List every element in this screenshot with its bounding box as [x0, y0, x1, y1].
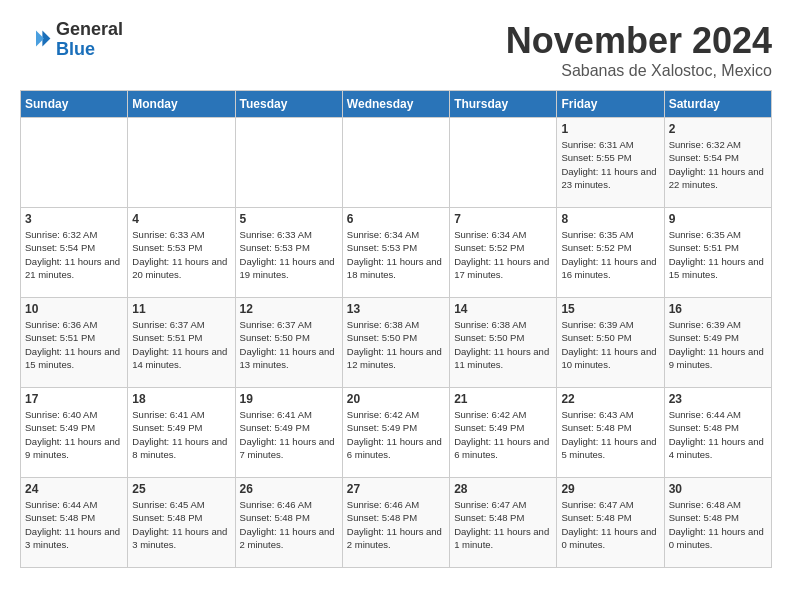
day-number: 5: [240, 212, 338, 226]
day-number: 12: [240, 302, 338, 316]
weekday-header-monday: Monday: [128, 91, 235, 118]
day-number: 26: [240, 482, 338, 496]
day-number: 25: [132, 482, 230, 496]
calendar-cell: 2Sunrise: 6:32 AM Sunset: 5:54 PM Daylig…: [664, 118, 771, 208]
day-info: Sunrise: 6:36 AM Sunset: 5:51 PM Dayligh…: [25, 318, 123, 371]
weekday-header-wednesday: Wednesday: [342, 91, 449, 118]
day-info: Sunrise: 6:32 AM Sunset: 5:54 PM Dayligh…: [25, 228, 123, 281]
calendar-week-4: 17Sunrise: 6:40 AM Sunset: 5:49 PM Dayli…: [21, 388, 772, 478]
day-number: 9: [669, 212, 767, 226]
day-info: Sunrise: 6:33 AM Sunset: 5:53 PM Dayligh…: [240, 228, 338, 281]
calendar-cell: 18Sunrise: 6:41 AM Sunset: 5:49 PM Dayli…: [128, 388, 235, 478]
calendar-cell: 22Sunrise: 6:43 AM Sunset: 5:48 PM Dayli…: [557, 388, 664, 478]
calendar-cell: 23Sunrise: 6:44 AM Sunset: 5:48 PM Dayli…: [664, 388, 771, 478]
calendar-cell: [342, 118, 449, 208]
calendar-cell: 4Sunrise: 6:33 AM Sunset: 5:53 PM Daylig…: [128, 208, 235, 298]
day-number: 3: [25, 212, 123, 226]
day-info: Sunrise: 6:42 AM Sunset: 5:49 PM Dayligh…: [347, 408, 445, 461]
day-number: 14: [454, 302, 552, 316]
calendar-week-1: 1Sunrise: 6:31 AM Sunset: 5:55 PM Daylig…: [21, 118, 772, 208]
weekday-header-tuesday: Tuesday: [235, 91, 342, 118]
day-info: Sunrise: 6:39 AM Sunset: 5:49 PM Dayligh…: [669, 318, 767, 371]
day-info: Sunrise: 6:38 AM Sunset: 5:50 PM Dayligh…: [454, 318, 552, 371]
logo: General Blue: [20, 20, 123, 60]
day-number: 22: [561, 392, 659, 406]
day-info: Sunrise: 6:43 AM Sunset: 5:48 PM Dayligh…: [561, 408, 659, 461]
day-info: Sunrise: 6:32 AM Sunset: 5:54 PM Dayligh…: [669, 138, 767, 191]
day-info: Sunrise: 6:35 AM Sunset: 5:52 PM Dayligh…: [561, 228, 659, 281]
calendar-cell: 29Sunrise: 6:47 AM Sunset: 5:48 PM Dayli…: [557, 478, 664, 568]
day-info: Sunrise: 6:44 AM Sunset: 5:48 PM Dayligh…: [669, 408, 767, 461]
day-number: 4: [132, 212, 230, 226]
calendar-cell: 16Sunrise: 6:39 AM Sunset: 5:49 PM Dayli…: [664, 298, 771, 388]
calendar-cell: 1Sunrise: 6:31 AM Sunset: 5:55 PM Daylig…: [557, 118, 664, 208]
calendar-cell: 5Sunrise: 6:33 AM Sunset: 5:53 PM Daylig…: [235, 208, 342, 298]
calendar-cell: 7Sunrise: 6:34 AM Sunset: 5:52 PM Daylig…: [450, 208, 557, 298]
day-number: 24: [25, 482, 123, 496]
day-number: 20: [347, 392, 445, 406]
day-info: Sunrise: 6:37 AM Sunset: 5:51 PM Dayligh…: [132, 318, 230, 371]
calendar-cell: 9Sunrise: 6:35 AM Sunset: 5:51 PM Daylig…: [664, 208, 771, 298]
calendar-cell: 14Sunrise: 6:38 AM Sunset: 5:50 PM Dayli…: [450, 298, 557, 388]
day-number: 27: [347, 482, 445, 496]
calendar-header: SundayMondayTuesdayWednesdayThursdayFrid…: [21, 91, 772, 118]
day-info: Sunrise: 6:34 AM Sunset: 5:53 PM Dayligh…: [347, 228, 445, 281]
calendar-cell: 17Sunrise: 6:40 AM Sunset: 5:49 PM Dayli…: [21, 388, 128, 478]
title-area: November 2024 Sabanas de Xalostoc, Mexic…: [506, 20, 772, 80]
calendar-table: SundayMondayTuesdayWednesdayThursdayFrid…: [20, 90, 772, 568]
calendar-cell: 19Sunrise: 6:41 AM Sunset: 5:49 PM Dayli…: [235, 388, 342, 478]
day-info: Sunrise: 6:34 AM Sunset: 5:52 PM Dayligh…: [454, 228, 552, 281]
calendar-cell: 12Sunrise: 6:37 AM Sunset: 5:50 PM Dayli…: [235, 298, 342, 388]
day-number: 21: [454, 392, 552, 406]
location-subtitle: Sabanas de Xalostoc, Mexico: [506, 62, 772, 80]
day-info: Sunrise: 6:48 AM Sunset: 5:48 PM Dayligh…: [669, 498, 767, 551]
calendar-cell: 28Sunrise: 6:47 AM Sunset: 5:48 PM Dayli…: [450, 478, 557, 568]
day-info: Sunrise: 6:44 AM Sunset: 5:48 PM Dayligh…: [25, 498, 123, 551]
day-number: 15: [561, 302, 659, 316]
day-number: 30: [669, 482, 767, 496]
day-info: Sunrise: 6:31 AM Sunset: 5:55 PM Dayligh…: [561, 138, 659, 191]
day-info: Sunrise: 6:38 AM Sunset: 5:50 PM Dayligh…: [347, 318, 445, 371]
day-number: 1: [561, 122, 659, 136]
calendar-cell: 26Sunrise: 6:46 AM Sunset: 5:48 PM Dayli…: [235, 478, 342, 568]
weekday-header-friday: Friday: [557, 91, 664, 118]
day-info: Sunrise: 6:47 AM Sunset: 5:48 PM Dayligh…: [454, 498, 552, 551]
day-info: Sunrise: 6:41 AM Sunset: 5:49 PM Dayligh…: [240, 408, 338, 461]
calendar-cell: [128, 118, 235, 208]
calendar-body: 1Sunrise: 6:31 AM Sunset: 5:55 PM Daylig…: [21, 118, 772, 568]
calendar-cell: 15Sunrise: 6:39 AM Sunset: 5:50 PM Dayli…: [557, 298, 664, 388]
month-title: November 2024: [506, 20, 772, 62]
day-info: Sunrise: 6:37 AM Sunset: 5:50 PM Dayligh…: [240, 318, 338, 371]
calendar-cell: 6Sunrise: 6:34 AM Sunset: 5:53 PM Daylig…: [342, 208, 449, 298]
day-info: Sunrise: 6:46 AM Sunset: 5:48 PM Dayligh…: [347, 498, 445, 551]
calendar-week-3: 10Sunrise: 6:36 AM Sunset: 5:51 PM Dayli…: [21, 298, 772, 388]
day-number: 11: [132, 302, 230, 316]
calendar-cell: 30Sunrise: 6:48 AM Sunset: 5:48 PM Dayli…: [664, 478, 771, 568]
calendar-cell: 13Sunrise: 6:38 AM Sunset: 5:50 PM Dayli…: [342, 298, 449, 388]
day-number: 13: [347, 302, 445, 316]
calendar-cell: 20Sunrise: 6:42 AM Sunset: 5:49 PM Dayli…: [342, 388, 449, 478]
day-number: 29: [561, 482, 659, 496]
day-number: 10: [25, 302, 123, 316]
calendar-cell: 10Sunrise: 6:36 AM Sunset: 5:51 PM Dayli…: [21, 298, 128, 388]
day-info: Sunrise: 6:39 AM Sunset: 5:50 PM Dayligh…: [561, 318, 659, 371]
calendar-cell: [235, 118, 342, 208]
day-info: Sunrise: 6:47 AM Sunset: 5:48 PM Dayligh…: [561, 498, 659, 551]
calendar-week-2: 3Sunrise: 6:32 AM Sunset: 5:54 PM Daylig…: [21, 208, 772, 298]
day-info: Sunrise: 6:35 AM Sunset: 5:51 PM Dayligh…: [669, 228, 767, 281]
day-info: Sunrise: 6:45 AM Sunset: 5:48 PM Dayligh…: [132, 498, 230, 551]
day-info: Sunrise: 6:41 AM Sunset: 5:49 PM Dayligh…: [132, 408, 230, 461]
day-number: 28: [454, 482, 552, 496]
day-number: 7: [454, 212, 552, 226]
day-info: Sunrise: 6:46 AM Sunset: 5:48 PM Dayligh…: [240, 498, 338, 551]
day-number: 6: [347, 212, 445, 226]
calendar-cell: 8Sunrise: 6:35 AM Sunset: 5:52 PM Daylig…: [557, 208, 664, 298]
calendar-cell: 3Sunrise: 6:32 AM Sunset: 5:54 PM Daylig…: [21, 208, 128, 298]
calendar-cell: 24Sunrise: 6:44 AM Sunset: 5:48 PM Dayli…: [21, 478, 128, 568]
weekday-row: SundayMondayTuesdayWednesdayThursdayFrid…: [21, 91, 772, 118]
calendar-cell: 27Sunrise: 6:46 AM Sunset: 5:48 PM Dayli…: [342, 478, 449, 568]
day-number: 18: [132, 392, 230, 406]
day-number: 2: [669, 122, 767, 136]
logo-text: General Blue: [56, 20, 123, 60]
day-info: Sunrise: 6:40 AM Sunset: 5:49 PM Dayligh…: [25, 408, 123, 461]
